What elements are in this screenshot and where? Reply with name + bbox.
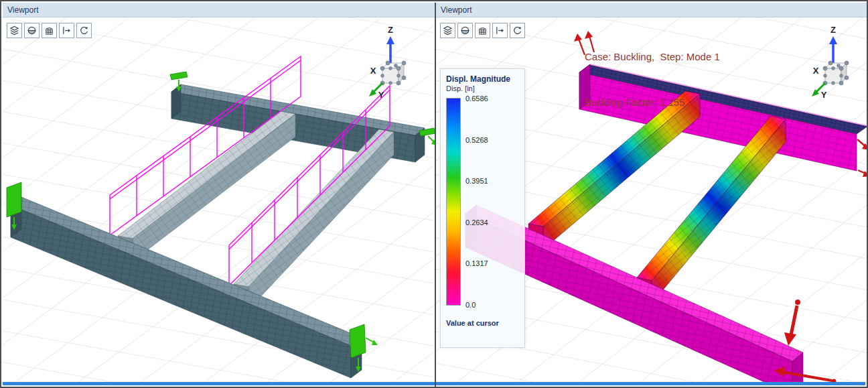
axis-y-label: Y [378,90,384,100]
app-window: Viewport [0,0,868,388]
section-plane-button[interactable] [24,23,40,38]
axis-z-label: Z [388,25,393,35]
viewport-left-canvas[interactable]: X Y Z [3,17,435,385]
legend-tick: 0.2634 [465,218,488,227]
viewport-left[interactable]: Viewport [3,3,435,388]
mesh-grid-icon [478,25,488,36]
layers-button[interactable] [440,23,455,38]
axis-y-label: Y [821,90,827,100]
viewport-right-canvas[interactable]: Case: Buckling, Step: Mode 1 Buckling Fa… [436,17,868,385]
viewport-right-title: Viewport [441,5,472,15]
legend-tick-labels: 0.6586 0.5268 0.3951 0.2634 0.1317 0.0 [465,94,488,309]
export-arrow-button[interactable] [492,23,508,38]
active-viewport-accent-bar [3,382,865,385]
buckling-factor-label: Buckling Factor: 1.155 [585,95,720,111]
mesh-grid-button[interactable] [475,23,490,38]
view-cube-triad[interactable]: X Y Z [365,25,415,101]
export-arrow-button[interactable] [59,23,74,38]
viewport-left-toolbar [7,23,92,38]
layers-button[interactable] [7,23,22,38]
legend-title: Displ. Magnitude [446,74,519,84]
view-cube-triad[interactable]: X Y Z [808,25,857,101]
axis-x-label: X [813,66,819,76]
section-plane-icon [27,25,37,36]
result-annotation: Case: Buckling, Step: Mode 1 Buckling Fa… [585,19,720,140]
viewport-right-toolbar [440,23,525,38]
mesh-grid-button[interactable] [42,23,57,38]
rotate-icon [512,25,522,36]
export-arrow-icon [62,25,72,36]
layers-icon [443,25,453,36]
rotate-button[interactable] [510,23,525,38]
section-plane-icon [460,25,470,36]
viewport-left-title: Viewport [7,5,38,15]
rotate-icon [79,25,89,36]
legend-tick: 0.6586 [465,94,488,103]
z-axis-arrow [829,36,837,44]
legend-tick: 0.5268 [465,136,488,144]
viewport-divider[interactable] [435,3,436,388]
legend-tick: 0.0 [465,301,488,309]
legend-unit-label: Disp. [in] [446,84,519,92]
z-axis-arrow [386,36,394,44]
result-legend: Displ. Magnitude Disp. [in] 0.6586 0.526… [440,68,525,348]
export-arrow-icon [495,25,505,36]
axis-x-label: X [370,66,376,76]
viewport-left-header: Viewport [3,3,435,17]
axis-z-label: Z [830,25,836,35]
case-step-label: Case: Buckling, Step: Mode 1 [585,50,720,65]
rotate-button[interactable] [76,23,92,38]
legend-cursor-label: Value at cursor [446,319,519,327]
mesh-grid-icon [44,25,54,36]
layers-icon [9,25,19,36]
viewport-right-header: Viewport [436,3,868,17]
viewport-right[interactable]: Viewport [436,3,868,388]
legend-tick: 0.3951 [465,177,488,185]
legend-color-bar [446,98,461,306]
section-plane-button[interactable] [457,23,473,38]
legend-tick: 0.1317 [465,259,488,267]
